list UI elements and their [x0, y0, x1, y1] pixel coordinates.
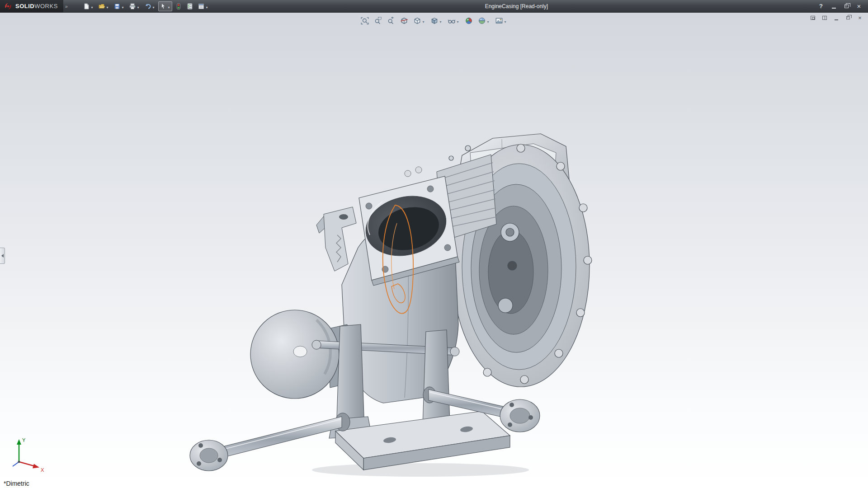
section-view-icon: [400, 17, 408, 25]
reference-triad[interactable]: Y X: [7, 435, 48, 473]
hide-show-glasses-icon: [448, 17, 456, 25]
mount-bracket[interactable]: [316, 207, 356, 271]
doc-close-button[interactable]: ×: [856, 14, 863, 21]
rebuild-stoplight-icon: [175, 3, 182, 10]
print-icon: [129, 3, 136, 10]
file-properties-button[interactable]: [196, 1, 210, 11]
previous-view-icon: [387, 17, 395, 25]
view-orientation-dropdown-icon[interactable]: [421, 17, 425, 25]
solidworks-window: SOLIDWORKS »: [0, 0, 868, 488]
print-dropdown-icon[interactable]: [136, 2, 140, 10]
graphics-viewport[interactable]: × Y X *Dimetric: [0, 13, 868, 488]
show-display-pane-button[interactable]: [821, 14, 828, 21]
display-style-icon: [430, 17, 439, 25]
display-pane-icon: [822, 16, 827, 20]
new-document-dropdown-icon[interactable]: [90, 2, 94, 10]
show-task-pane-button[interactable]: [809, 14, 816, 21]
new-document-icon: [83, 3, 90, 10]
standard-toolbar: [81, 1, 210, 11]
hide-show-items-button[interactable]: [446, 15, 461, 26]
close-button[interactable]: ×: [855, 3, 863, 10]
minimize-icon: [832, 8, 836, 9]
help-button[interactable]: ?: [817, 3, 825, 10]
stud-bolt[interactable]: [405, 170, 411, 177]
restore-button[interactable]: [843, 3, 850, 10]
doc-minimize-button[interactable]: [833, 14, 840, 21]
solidworks-logo: SOLIDWORKS: [0, 0, 63, 13]
doc-minimize-icon: [835, 19, 838, 20]
brand-works: WORKS: [34, 3, 58, 9]
model-engine-casing[interactable]: [0, 13, 868, 488]
rebuild-button[interactable]: [174, 1, 184, 11]
open-dropdown-icon[interactable]: [105, 2, 109, 10]
window-title: EngineCasing [Read-only]: [485, 3, 548, 9]
print-button[interactable]: [127, 1, 142, 11]
undo-button[interactable]: [143, 1, 157, 11]
axle-flange-right[interactable]: [500, 399, 540, 432]
flywheel-disc[interactable]: [250, 310, 349, 399]
menu-expand-chevron[interactable]: »: [63, 4, 70, 9]
view-orientation-cube-icon: [413, 17, 421, 25]
solidworks-logo-icon: [4, 2, 13, 11]
heads-up-view-toolbar: [359, 15, 509, 26]
options-button[interactable]: [185, 1, 195, 11]
doc-restore-icon: [846, 16, 850, 19]
view-settings-dropdown-icon[interactable]: [503, 17, 507, 25]
doc-restore-button[interactable]: [844, 14, 852, 21]
window-controls: ? ×: [817, 3, 868, 10]
document-window-controls: ×: [809, 14, 863, 21]
view-orientation-label: *Dimetric: [4, 480, 29, 487]
open-button[interactable]: [97, 1, 111, 11]
file-properties-dropdown-icon[interactable]: [205, 2, 209, 10]
save-dropdown-icon[interactable]: [121, 2, 125, 10]
edit-appearance-ball-icon: [465, 17, 473, 25]
apply-scene-dropdown-icon[interactable]: [486, 17, 490, 25]
options-checklist-icon: [186, 3, 193, 10]
select-dropdown-icon[interactable]: [167, 2, 171, 10]
triad-y-axis[interactable]: [17, 439, 21, 445]
expand-panel-arrow-icon: [1, 254, 4, 258]
apply-scene-icon: [478, 17, 486, 25]
section-view-button[interactable]: [399, 15, 410, 26]
edit-appearance-button[interactable]: [463, 15, 474, 26]
minimize-button[interactable]: [830, 3, 837, 10]
axle-rod-left[interactable]: [190, 413, 350, 471]
previous-view-button[interactable]: [386, 15, 396, 26]
select-button[interactable]: [158, 1, 172, 11]
stud-bolt[interactable]: [415, 167, 422, 173]
hide-show-items-dropdown-icon[interactable]: [456, 17, 460, 25]
triad-z-axis[interactable]: [13, 462, 19, 466]
triad-y-label: Y: [22, 437, 26, 443]
apply-scene-button[interactable]: [476, 15, 491, 26]
zoom-to-area-button[interactable]: [373, 15, 383, 26]
ground-shadow: [312, 463, 529, 477]
save-icon: [113, 3, 121, 10]
undo-dropdown-icon[interactable]: [151, 2, 156, 10]
titlebar: SOLIDWORKS »: [0, 0, 868, 13]
open-folder-icon: [98, 3, 105, 10]
triad-x-axis[interactable]: [33, 464, 39, 469]
axle-flange-left[interactable]: [190, 440, 228, 471]
select-cursor-icon: [160, 3, 167, 10]
zoom-to-fit-button[interactable]: [359, 15, 370, 26]
brand-solid: SOLID: [15, 3, 34, 9]
new-document-button[interactable]: [81, 1, 95, 11]
display-style-button[interactable]: [429, 15, 444, 26]
file-properties-icon: [198, 3, 205, 10]
triad-x-label: X: [41, 467, 44, 473]
display-style-dropdown-icon[interactable]: [439, 17, 443, 25]
save-button[interactable]: [112, 1, 126, 11]
view-settings-button[interactable]: [494, 15, 509, 26]
featuremanager-collapsed-tab[interactable]: [0, 248, 5, 264]
zoom-to-area-icon: [374, 17, 382, 25]
brand-text: SOLIDWORKS: [15, 3, 58, 9]
view-orientation-button[interactable]: [412, 15, 427, 26]
undo-icon: [144, 3, 151, 10]
task-pane-icon: [811, 16, 815, 20]
restore-icon: [844, 5, 849, 8]
view-settings-icon: [495, 17, 503, 25]
zoom-to-fit-icon: [361, 17, 369, 25]
